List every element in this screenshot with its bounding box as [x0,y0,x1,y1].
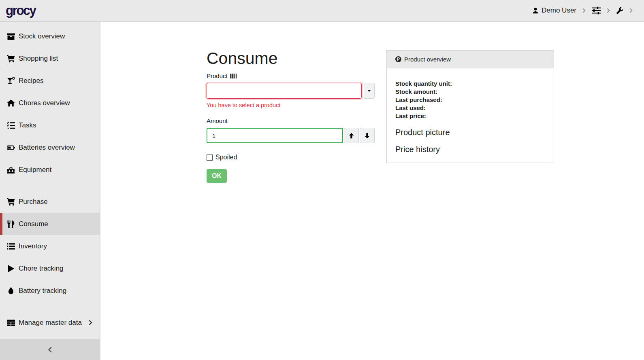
last-purchased-label: Last purchased: [395,96,545,104]
chevron-right-icon [88,320,93,325]
amount-decrement-button[interactable] [360,128,375,143]
sidebar: Stock overview Shopping list Recipes Cho… [0,22,100,360]
sidebar-section-gap [0,302,100,311]
sidebar-item-chore-tracking[interactable]: Chore tracking [0,257,100,280]
sidebar-collapse-button[interactable] [0,339,100,360]
sidebar-item-stock-overview[interactable]: Stock overview [0,25,100,47]
sidebar-item-label: Manage master data [19,319,82,327]
product-label-text: Product [207,72,228,79]
last-used-label: Last used: [395,104,545,112]
last-price-label: Last price: [395,112,545,120]
main-content: Consume Product You have to select a pro… [101,22,644,360]
sidebar-item-label: Purchase [19,198,48,206]
sidebar-item-shopping-list[interactable]: Shopping list [0,47,100,70]
amount-field-label: Amount [207,117,375,124]
user-icon [532,7,539,14]
product-input[interactable] [207,83,362,99]
sidebar-item-label: Chore tracking [19,265,64,273]
product-dropdown-button[interactable] [364,83,375,99]
play-icon [7,265,15,273]
product-overview-title: Product overview [404,56,451,63]
chevron-right-icon[interactable] [582,8,586,13]
toolbox-icon [7,166,15,174]
table-icon [7,319,15,327]
product-circle-icon: P [395,56,401,62]
tasks-icon [7,121,15,129]
product-field-label: Product [207,72,375,79]
sidebar-section-gap [0,181,100,191]
sidebar-item-label: Stock overview [19,32,65,40]
sliders-icon[interactable] [592,6,601,15]
sidebar-item-chores-overview[interactable]: Chores overview [0,92,100,114]
shopping-cart-icon [7,55,15,63]
stock-quantity-unit-label: Stock quantity unit: [395,80,545,88]
product-overview-card: P Product overview Stock quantity unit: … [386,50,554,163]
spoiled-row: Spoiled [207,154,375,161]
user-menu[interactable]: Demo User [532,6,576,15]
sidebar-item-battery-tracking[interactable]: Battery tracking [0,280,100,302]
sidebar-item-label: Tasks [19,121,36,129]
sidebar-item-purchase[interactable]: Purchase [0,191,100,213]
chevron-right-icon[interactable] [606,8,611,13]
cocktail-icon [7,77,15,85]
chevron-left-icon [47,347,53,353]
page-title: Consume [207,49,277,68]
box-icon [7,32,15,40]
barcode-icon[interactable] [230,74,237,78]
caret-down-icon [367,89,371,93]
product-error-message: You have to select a product [207,102,375,108]
sidebar-item-tasks[interactable]: Tasks [0,114,100,136]
droplet-icon [7,287,15,295]
product-input-group [207,83,375,99]
sidebar-item-batteries-overview[interactable]: Batteries overview [0,136,100,159]
amount-label-text: Amount [207,117,228,124]
sidebar-item-inventory[interactable]: Inventory [0,235,100,257]
spoiled-checkbox[interactable] [207,155,213,161]
amount-input[interactable] [207,128,343,143]
sidebar-item-label: Shopping list [19,55,58,63]
home-icon [7,99,15,107]
wrench-icon[interactable] [616,7,623,14]
sidebar-item-label: Inventory [19,242,47,250]
sidebar-item-label: Battery tracking [19,287,66,295]
product-overview-body: Stock quantity unit: Stock amount: Last … [387,68,554,154]
topbar: grocy Demo User [0,0,644,22]
sidebar-item-manage-master-data[interactable]: Manage master data [0,311,100,334]
arrow-up-icon [348,133,354,139]
product-picture-heading: Product picture [395,128,545,137]
price-history-heading: Price history [395,145,545,154]
sidebar-item-label: Batteries overview [19,144,75,152]
spoiled-label[interactable]: Spoiled [215,154,237,161]
shopping-cart-icon [7,198,15,206]
chevron-right-icon[interactable] [629,8,633,13]
sidebar-item-label: Consume [19,220,48,228]
stock-amount-label: Stock amount: [395,88,545,96]
amount-input-group [207,128,375,143]
sidebar-item-consume[interactable]: Consume [0,213,100,235]
sidebar-item-equipment[interactable]: Equipment [0,159,100,181]
sidebar-item-recipes[interactable]: Recipes [0,70,100,92]
sidebar-item-label: Equipment [19,166,51,174]
battery-icon [7,144,15,152]
arrow-down-icon [364,133,370,139]
list-icon [7,242,15,250]
consume-form: Product You have to select a product Amo… [207,72,375,183]
utensils-icon [7,220,15,228]
topbar-menu: Demo User [532,6,633,15]
amount-increment-button[interactable] [344,128,359,143]
grocy-logo[interactable]: grocy [6,3,36,18]
sidebar-item-label: Chores overview [19,99,70,107]
product-overview-header: P Product overview [387,51,554,68]
ok-button[interactable]: OK [207,169,227,183]
user-name: Demo User [542,6,576,15]
sidebar-item-label: Recipes [19,77,43,85]
